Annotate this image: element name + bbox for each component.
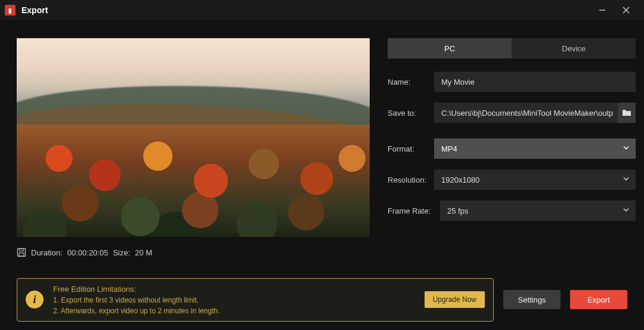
export-button[interactable]: Export [570, 290, 627, 309]
limitations-banner: i Free Edition Limitations: 1. Export th… [17, 278, 494, 322]
info-icon: i [26, 291, 44, 309]
resolution-label: Resolution: [388, 175, 434, 184]
duration-value: 00:00:20:05 [67, 248, 109, 257]
minimize-button[interactable] [590, 0, 614, 20]
framerate-label: Frame Rate: [388, 206, 440, 215]
folder-icon [622, 109, 631, 117]
close-icon [623, 7, 630, 14]
name-label: Name: [388, 78, 434, 87]
banner-line-1: 1. Export the first 3 videos without len… [53, 295, 415, 306]
settings-button[interactable]: Settings [503, 290, 561, 309]
chevron-down-icon [623, 175, 630, 184]
preview-info: Duration: 00:00:20:05 Size: 20 M [17, 248, 370, 257]
save-to-input[interactable]: C:\Users\bj\Documents\MiniTool MovieMake… [434, 103, 618, 123]
format-select[interactable]: MP4 [434, 138, 636, 159]
save-disk-icon [17, 248, 26, 257]
title-bar: ▮ Export [0, 0, 644, 20]
app-icon: ▮ [5, 5, 16, 16]
banner-line-2: 2. Afterwards, export video up to 2 minu… [53, 306, 415, 316]
video-preview [17, 38, 370, 237]
svg-rect-5 [20, 249, 23, 251]
upgrade-button[interactable]: Upgrade Now [425, 291, 485, 308]
browse-button[interactable] [618, 103, 636, 123]
chevron-down-icon [623, 206, 630, 215]
tab-device[interactable]: Device [512, 38, 636, 58]
tab-pc[interactable]: PC [388, 38, 512, 58]
duration-label: Duration: [31, 248, 63, 257]
chevron-down-icon [623, 144, 630, 153]
name-input[interactable]: My Movie [434, 72, 636, 92]
size-label: Size: [113, 248, 130, 257]
window-title: Export [21, 5, 48, 15]
save-to-label: Save to: [388, 109, 434, 118]
target-tabs: PC Device [388, 38, 636, 58]
banner-heading: Free Edition Limitations: [53, 283, 415, 295]
close-button[interactable] [614, 0, 638, 20]
format-value: MP4 [441, 144, 457, 153]
minimize-icon [599, 7, 606, 14]
size-value: 20 M [135, 248, 152, 257]
resolution-value: 1920x1080 [441, 175, 479, 184]
resolution-select[interactable]: 1920x1080 [434, 169, 636, 190]
svg-rect-4 [19, 253, 24, 256]
framerate-value: 25 fps [447, 206, 468, 215]
framerate-select[interactable]: 25 fps [440, 201, 636, 221]
format-label: Format: [388, 144, 434, 153]
